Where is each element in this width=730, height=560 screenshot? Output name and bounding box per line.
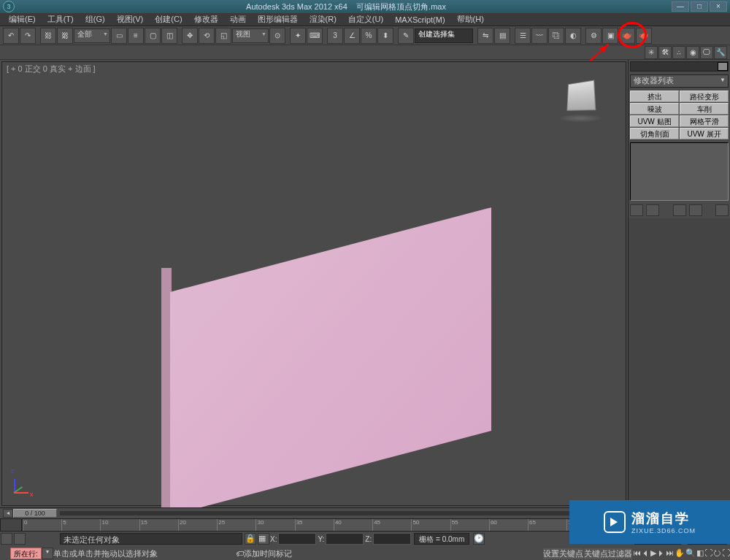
nav-maximize-button[interactable]: ⛶: [722, 548, 730, 559]
play-button[interactable]: ▶: [650, 548, 656, 559]
modifier-stack[interactable]: [630, 142, 729, 201]
move-button[interactable]: ✥: [182, 28, 198, 44]
tab-utilities-icon[interactable]: 🔧: [714, 46, 727, 59]
play-next-button[interactable]: ⏵: [657, 548, 665, 559]
mod-pathdeform-button[interactable]: 路径变形: [680, 91, 729, 102]
mod-uvwunwrap-button[interactable]: UVW 展开: [680, 128, 729, 139]
time-tag-button[interactable]: 🏷: [236, 549, 244, 558]
object-name-field[interactable]: [630, 61, 729, 72]
play-start-button[interactable]: ⏮: [633, 548, 641, 559]
link-button[interactable]: ⛓: [40, 28, 56, 44]
layer-manager-button[interactable]: ☰: [515, 28, 531, 44]
select-manipulate-button[interactable]: ✦: [290, 28, 306, 44]
curve-editor-button[interactable]: 〰: [531, 28, 548, 44]
mod-extrude-button[interactable]: 挤出: [630, 91, 679, 102]
align-button[interactable]: ▤: [494, 28, 510, 44]
unlink-button[interactable]: ⛓̸: [57, 28, 73, 44]
snap-toggle-button[interactable]: 3: [327, 28, 343, 44]
menu-group[interactable]: 组(G): [80, 14, 111, 25]
select-object-button[interactable]: ▭: [111, 28, 127, 44]
selection-filter-dropdown[interactable]: 全部: [74, 28, 110, 43]
menu-graph[interactable]: 图形编辑器: [252, 14, 304, 25]
nav-pan-button[interactable]: ✋: [675, 548, 685, 559]
script-line-dd[interactable]: ▾: [42, 548, 53, 559]
add-time-tag[interactable]: 添加时间标记: [244, 548, 317, 559]
mod-uvwmap-button[interactable]: UVW 贴图: [630, 115, 679, 127]
isolate-button[interactable]: ▦: [258, 533, 269, 545]
material-editor-button[interactable]: ◐: [565, 28, 581, 44]
maxscript-mini2-button[interactable]: [14, 533, 26, 545]
tab-create-icon[interactable]: ✳: [645, 46, 658, 59]
rotate-button[interactable]: ⟲: [199, 28, 215, 44]
menu-create[interactable]: 创建(C): [149, 14, 188, 25]
maximize-button[interactable]: □: [691, 1, 708, 12]
mod-meshsmooth-button[interactable]: 网格平滑: [680, 115, 729, 127]
selection-lock-button[interactable]: 🔒: [245, 533, 256, 545]
mod-noise-button[interactable]: 噪波: [630, 103, 679, 115]
mod-lathe-button[interactable]: 车削: [680, 103, 729, 115]
minimize-button[interactable]: —: [672, 1, 689, 12]
time-prev-button[interactable]: ◂: [3, 509, 13, 518]
rollout-area[interactable]: [629, 218, 730, 507]
select-region-button[interactable]: ▢: [145, 28, 161, 44]
render-setup-button[interactable]: ⚙: [585, 28, 602, 44]
configure-sets-button[interactable]: [715, 204, 729, 216]
object-color-swatch[interactable]: [718, 62, 728, 71]
setkey-button[interactable]: 设置关键点: [543, 548, 583, 559]
make-unique-button[interactable]: [673, 204, 686, 216]
nav-zoomall-button[interactable]: ⛶: [704, 548, 712, 559]
keyfilter-button[interactable]: 关键点过滤器: [584, 548, 632, 559]
y-input[interactable]: [326, 533, 364, 545]
select-by-name-button[interactable]: ≡: [128, 28, 144, 44]
schematic-view-button[interactable]: ⿻: [548, 28, 564, 44]
z-input[interactable]: [373, 533, 411, 545]
play-prev-button[interactable]: ⏴: [642, 548, 650, 559]
window-crossing-button[interactable]: ◫: [161, 28, 177, 44]
tab-motion-icon[interactable]: ◉: [686, 46, 699, 59]
tab-hierarchy-icon[interactable]: ⛬: [672, 46, 685, 59]
viewport-label[interactable]: [ + 0 正交 0 真实 + 边面 ]: [7, 64, 96, 74]
keyboard-shortcut-button[interactable]: ⌨: [307, 28, 323, 44]
angle-snap-button[interactable]: ∠: [344, 28, 360, 44]
menu-animation[interactable]: 动画: [224, 14, 252, 25]
menu-render[interactable]: 渲染(R): [304, 14, 342, 25]
redo-button[interactable]: ↷: [20, 28, 36, 44]
undo-button[interactable]: ↶: [3, 28, 19, 44]
close-button[interactable]: ×: [710, 1, 727, 12]
x-input[interactable]: [278, 533, 316, 545]
ref-coord-dropdown[interactable]: 视图: [232, 28, 269, 43]
percent-snap-button[interactable]: %: [361, 28, 377, 44]
nav-fov-button[interactable]: ◧: [696, 548, 704, 559]
rendered-frame-button[interactable]: ▣: [602, 28, 618, 44]
menu-help[interactable]: 帮助(H): [451, 14, 490, 25]
tab-modify-icon[interactable]: 🛠: [658, 46, 672, 59]
trackbar-toggle[interactable]: [0, 518, 22, 532]
menu-customize[interactable]: 自定义(U): [342, 14, 389, 25]
viewcube[interactable]: [557, 77, 604, 123]
menu-tools[interactable]: 工具(T): [42, 14, 80, 25]
named-selection-input[interactable]: 创建选择集: [415, 28, 473, 43]
time-slider-handle[interactable]: 0 / 100: [13, 509, 57, 518]
menu-modifiers[interactable]: 修改器: [188, 14, 224, 25]
tab-display-icon[interactable]: 🖵: [700, 46, 713, 59]
time-config-button[interactable]: 🕑: [473, 533, 485, 545]
script-line-tag[interactable]: 所在行:: [10, 548, 42, 559]
menu-maxscript[interactable]: MAXScript(M): [389, 15, 450, 24]
play-end-button[interactable]: ⏭: [666, 548, 674, 559]
mirror-button[interactable]: ⇋: [477, 28, 493, 44]
menu-views[interactable]: 视图(V): [111, 14, 150, 25]
viewcube-cube-icon[interactable]: [566, 80, 596, 111]
menu-edit[interactable]: 编辑(E): [3, 14, 42, 25]
modifier-list-dropdown[interactable]: 修改器列表: [630, 74, 729, 88]
perspective-viewport[interactable]: [ + 0 正交 0 真实 + 边面 ] z x: [1, 61, 626, 506]
spinner-snap-button[interactable]: ⬍: [377, 28, 393, 44]
scale-button[interactable]: ◱: [215, 28, 231, 44]
nav-orbit-button[interactable]: ⭮: [713, 548, 721, 559]
nav-zoom-button[interactable]: 🔍: [685, 548, 696, 559]
remove-modifier-button[interactable]: [689, 204, 702, 216]
pin-stack-button[interactable]: [630, 204, 643, 216]
use-center-button[interactable]: ⊙: [269, 28, 285, 44]
edit-named-sel-button[interactable]: ✎: [398, 28, 414, 44]
show-end-result-button[interactable]: [646, 204, 659, 216]
mod-chamferprofile-button[interactable]: 切角剖面: [630, 128, 679, 139]
